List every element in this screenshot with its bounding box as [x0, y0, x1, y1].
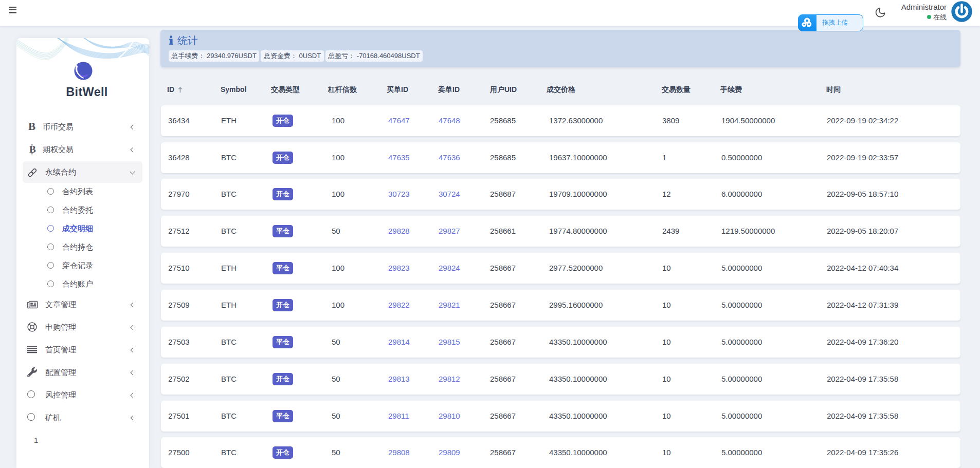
svg-text:B: B [29, 144, 36, 155]
